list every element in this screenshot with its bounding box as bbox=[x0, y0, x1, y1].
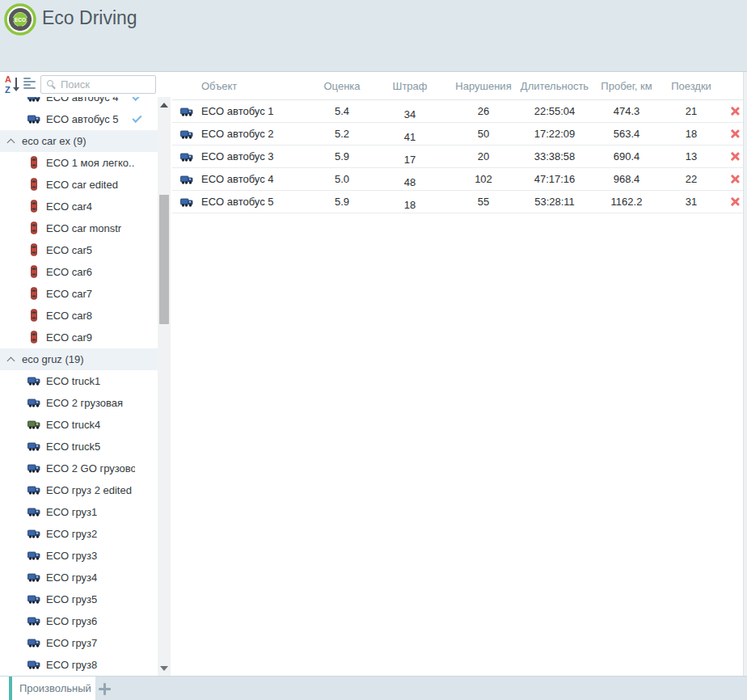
eco-driving-app: ECO Eco Driving ВчераСегодняНеделяМесяцП… bbox=[0, 0, 747, 700]
unit-label: ECO car8 bbox=[46, 310, 92, 322]
sidebar-group-row[interactable]: eco gruz (19) bbox=[0, 348, 158, 370]
sidebar-unit-row[interactable]: ECO car edited bbox=[0, 174, 158, 196]
column-header-2[interactable]: Оценка bbox=[319, 80, 365, 92]
sidebar-unit-row[interactable]: ECO car7 bbox=[0, 283, 158, 305]
sidebar-unit-row[interactable]: ECO груз1 bbox=[0, 501, 158, 523]
trips-cell: 18 bbox=[656, 128, 727, 140]
selected-check-icon[interactable] bbox=[132, 113, 141, 123]
table-row[interactable]: ECO автобус 25.2415017:22:09563.418 bbox=[172, 123, 747, 145]
unit-label: ECO автобус 5 bbox=[46, 113, 119, 125]
search-icon bbox=[47, 80, 53, 86]
sidebar-unit-row[interactable]: ECO car6 bbox=[0, 261, 158, 283]
unit-label: ECO car6 bbox=[46, 266, 92, 278]
delete-row-icon[interactable] bbox=[730, 151, 741, 162]
delete-row-icon[interactable] bbox=[730, 196, 741, 207]
column-header-3[interactable]: Штраф bbox=[365, 80, 455, 92]
unit-label: ECO 1 моя легко... bbox=[46, 157, 135, 169]
sort-az-icon[interactable]: A Z bbox=[5, 76, 21, 94]
sidebar-group-row[interactable]: eco car ex (9) bbox=[0, 130, 158, 152]
trips-cell: 13 bbox=[656, 150, 727, 162]
column-header-6[interactable]: Пробег, км bbox=[597, 80, 656, 92]
date-range-toolbar: ВчераСегодняНеделяМесяцПроизвольный – OK bbox=[0, 40, 747, 71]
collapse-chevron-icon[interactable] bbox=[7, 356, 15, 365]
sidebar-unit-row[interactable]: ECO car monstr bbox=[0, 217, 158, 239]
sidebar-unit-row[interactable]: ECO груз3 bbox=[0, 545, 158, 567]
sidebar-unit-row[interactable]: ECO груз5 bbox=[0, 588, 158, 610]
sidebar-unit-row[interactable]: ECO truck4 bbox=[0, 414, 158, 436]
sidebar-unit-row[interactable]: ECO груз4 bbox=[0, 567, 158, 588]
add-tab-icon[interactable] bbox=[99, 683, 111, 695]
sidebar-unit-row[interactable]: ECO 2 GO грузовой bbox=[0, 458, 158, 479]
unit-label: ECO груз2 bbox=[46, 528, 97, 540]
sidebar-unit-row[interactable]: ECO автобус 4 bbox=[0, 97, 158, 108]
table-row[interactable]: ECO автобус 55.9185553:28:111162.231 bbox=[172, 191, 747, 213]
sort-letter-a: A bbox=[5, 74, 11, 84]
unit-label: ECO 2 GO грузовой bbox=[46, 462, 135, 474]
sidebar-unit-row[interactable]: ECO car4 bbox=[0, 196, 158, 217]
sidebar-unit-row[interactable]: ECO автобус 5 bbox=[0, 108, 158, 130]
truck-blue-icon bbox=[27, 374, 40, 387]
column-header-4[interactable]: Нарушения bbox=[455, 80, 512, 92]
rating-cell: 5.9 bbox=[319, 196, 365, 208]
scroll-up-button[interactable] bbox=[158, 99, 171, 112]
collapse-chevron-icon[interactable] bbox=[7, 138, 15, 146]
sidebar-unit-row[interactable]: ECO груз8 bbox=[0, 654, 158, 676]
table-row[interactable]: ECO автобус 15.4342622:55:04474.321 bbox=[172, 100, 747, 123]
scroll-down-button[interactable] bbox=[158, 662, 171, 675]
unit-name-cell: ECO автобус 1 bbox=[201, 105, 319, 117]
truck-blue-icon bbox=[27, 571, 40, 584]
search-box bbox=[40, 75, 156, 94]
search-input[interactable] bbox=[40, 75, 156, 94]
selected-check-icon[interactable] bbox=[132, 97, 141, 101]
truck-blue-icon bbox=[27, 549, 40, 562]
violations-cell: 55 bbox=[455, 196, 512, 208]
sidebar-unit-row[interactable]: ECO груз7 bbox=[0, 632, 158, 654]
truck-blue-icon bbox=[172, 105, 201, 118]
grouping-list-icon[interactable] bbox=[23, 78, 36, 91]
eco-driving-logo-icon: ECO bbox=[4, 3, 36, 36]
unit-label: ECO груз6 bbox=[46, 615, 97, 627]
duration-cell: 17:22:09 bbox=[512, 128, 597, 140]
duration-cell: 47:17:16 bbox=[512, 173, 597, 185]
sidebar-unit-row[interactable]: ECO груз 2 edited bbox=[0, 479, 158, 501]
unit-label: ECO car9 bbox=[46, 331, 92, 344]
unit-label: ECO груз7 bbox=[46, 637, 97, 649]
violations-cell: 50 bbox=[455, 128, 512, 140]
sidebar-unit-row[interactable]: ECO truck5 bbox=[0, 436, 158, 458]
sidebar-unit-row[interactable]: ECO car5 bbox=[0, 239, 158, 261]
truck-blue-icon bbox=[27, 592, 40, 605]
sidebar-unit-row[interactable]: ECO 2 грузовая bbox=[0, 392, 158, 414]
sidebar-unit-row[interactable]: ECO груз2 bbox=[0, 523, 158, 545]
unit-label: ECO car monstr bbox=[46, 222, 121, 234]
group-label: eco gruz (19) bbox=[22, 353, 84, 365]
table-row[interactable]: ECO автобус 45.04810247:17:16968.422 bbox=[172, 168, 747, 191]
sidebar-unit-row[interactable]: ECO truck1 bbox=[0, 370, 158, 392]
truck-blue-icon bbox=[27, 112, 40, 125]
arrow-up-icon bbox=[160, 103, 168, 108]
column-header-5[interactable]: Длительность bbox=[512, 80, 597, 92]
unit-label: ECO автобус 4 bbox=[46, 97, 119, 103]
sidebar-unit-row[interactable]: ECO car8 bbox=[0, 305, 158, 327]
page-title: Eco Driving bbox=[42, 7, 137, 29]
truck-blue-icon bbox=[172, 173, 201, 186]
car-red-icon bbox=[27, 200, 40, 213]
column-header-1[interactable]: Объект bbox=[201, 80, 319, 92]
group-label: eco car ex (9) bbox=[22, 135, 86, 147]
delete-row-icon[interactable] bbox=[730, 174, 741, 184]
truck-blue-icon bbox=[172, 150, 201, 163]
table-header: ОбъектОценкаШтрафНарушенияДлительностьПр… bbox=[172, 72, 747, 100]
column-header-7[interactable]: Поездки bbox=[656, 80, 727, 92]
table-scrollbar-track[interactable] bbox=[743, 72, 747, 677]
delete-row-icon[interactable] bbox=[730, 129, 741, 139]
sidebar-unit-row[interactable]: ECO груз6 bbox=[0, 610, 158, 632]
delete-row-icon[interactable] bbox=[730, 106, 741, 116]
sidebar-unit-row[interactable]: ECO 1 моя легко... bbox=[0, 152, 158, 174]
scrollbar-thumb[interactable] bbox=[159, 195, 169, 324]
mileage-cell: 563.4 bbox=[597, 128, 656, 140]
svg-text:ECO: ECO bbox=[15, 17, 26, 23]
table-row[interactable]: ECO автобус 35.9172033:38:58690.413 bbox=[172, 145, 747, 168]
sidebar-unit-row[interactable]: ECO car9 bbox=[0, 327, 158, 348]
tab-proizvolny[interactable]: Произвольный bbox=[0, 677, 95, 700]
delete-cell bbox=[727, 129, 743, 139]
sidebar-scrollbar[interactable] bbox=[158, 97, 171, 677]
